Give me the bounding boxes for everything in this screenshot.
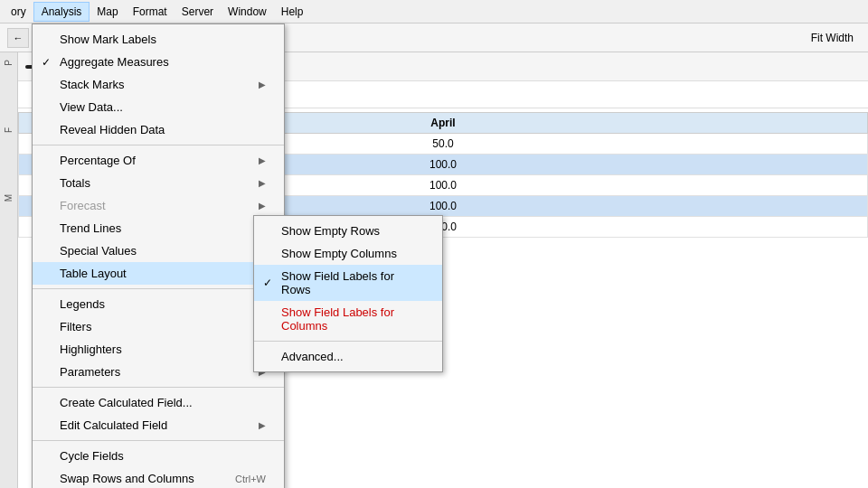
swap-shortcut: Ctrl+W (235, 474, 266, 484)
menu-item-totals[interactable]: Totals ▶ (33, 172, 284, 194)
menu-label-table-layout: Table Layout (60, 267, 127, 280)
menu-label-filters: Filters (60, 320, 91, 333)
menu-label-swap-rows-columns: Swap Rows and Columns (60, 472, 194, 485)
menu-item-special-values[interactable]: Special Values ▶ (33, 239, 284, 262)
menu-item-legends[interactable]: Legends ▶ (33, 293, 284, 315)
analysis-menu: Show Mark Labels Aggregate Measures Stac… (32, 23, 285, 488)
menu-item-edit-calculated-field[interactable]: Edit Calculated Field ▶ (33, 414, 284, 436)
menu-label-edit-calculated-field: Edit Calculated Field (60, 418, 167, 432)
separator-1 (33, 145, 284, 145)
submenu-label-show-empty-columns: Show Empty Columns (281, 247, 397, 260)
menu-label-view-data: View Data... (60, 100, 123, 114)
menubar-item-map[interactable]: Map (90, 3, 125, 21)
menu-label-cycle-fields: Cycle Fields (60, 449, 124, 463)
menu-label-show-mark-labels: Show Mark Labels (60, 33, 156, 46)
menu-label-forecast: Forecast (60, 199, 106, 212)
separator-2 (33, 288, 284, 289)
menu-item-reveal-hidden-data[interactable]: Reveal Hidden Data (33, 118, 284, 141)
menu-item-filters[interactable]: Filters ▶ (33, 315, 284, 338)
menu-label-stack-marks: Stack Marks (60, 78, 125, 91)
menu-label-percentage-of: Percentage Of (60, 154, 136, 167)
submenu-label-advanced: Advanced... (281, 350, 344, 363)
menubar-item-help[interactable]: Help (274, 3, 311, 21)
menu-label-parameters: Parameters (60, 365, 120, 379)
menubar-item-format[interactable]: Format (126, 3, 175, 21)
menu-item-percentage-of[interactable]: Percentage Of ▶ (33, 149, 284, 172)
forecast-arrow: ▶ (259, 201, 266, 211)
menu-label-reveal-hidden-data: Reveal Hidden Data (60, 123, 165, 136)
separator-3 (33, 387, 284, 388)
menu-item-table-layout[interactable]: Table Layout ▶ (33, 262, 284, 285)
menubar-item-server[interactable]: Server (175, 3, 221, 21)
menu-label-special-values: Special Values (60, 244, 137, 258)
side-label-p: P (2, 56, 15, 70)
menubar-item-ory[interactable]: ory (4, 3, 33, 21)
submenu-item-show-field-labels-columns[interactable]: Show Field Labels for Columns (254, 301, 442, 337)
menu-label-aggregate-measures: Aggregate Measures (60, 55, 169, 69)
menu-label-create-calculated-field: Create Calculated Field... (60, 396, 193, 409)
menu-label-legends: Legends (60, 297, 105, 311)
menu-item-cycle-fields[interactable]: Cycle Fields (33, 445, 284, 467)
table-layout-submenu: Show Empty Rows Show Empty Columns Show … (253, 215, 443, 372)
menu-item-create-calculated-field[interactable]: Create Calculated Field... (33, 391, 284, 414)
menu-item-view-data[interactable]: View Data... (33, 96, 284, 118)
submenu-item-advanced[interactable]: Advanced... (254, 345, 442, 368)
menu-item-stack-marks[interactable]: Stack Marks ▶ (33, 73, 284, 96)
menubar-item-analysis[interactable]: Analysis (33, 2, 90, 22)
submenu-label-show-empty-rows: Show Empty Rows (281, 224, 380, 238)
menu-item-parameters[interactable]: Parameters ▶ (33, 361, 284, 383)
menu-item-forecast[interactable]: Forecast ▶ (33, 194, 284, 217)
edit-calc-arrow: ▶ (259, 420, 266, 430)
menu-item-swap-rows-columns[interactable]: Swap Rows and Columns Ctrl+W (33, 467, 284, 488)
submenu-separator (254, 341, 442, 342)
menu-item-aggregate-measures[interactable]: Aggregate Measures (33, 51, 284, 73)
menubar: ory Analysis Map Format Server Window He… (0, 0, 868, 23)
submenu-item-show-field-labels-rows[interactable]: Show Field Labels for Rows (254, 265, 442, 301)
submenu-item-show-empty-columns[interactable]: Show Empty Columns (254, 242, 442, 265)
fit-width-label[interactable]: Fit Width (811, 32, 854, 44)
stack-marks-arrow: ▶ (259, 80, 266, 89)
menu-label-highlighters: Highlighters (60, 343, 122, 356)
left-panel: P F M (0, 52, 18, 488)
submenu-item-show-empty-rows[interactable]: Show Empty Rows (254, 220, 442, 242)
menu-label-totals: Totals (60, 176, 90, 190)
side-label-m: M (2, 191, 15, 205)
submenu-label-show-field-labels-rows: Show Field Labels for Rows (281, 269, 424, 296)
toolbar-back-btn[interactable]: ← (7, 28, 29, 48)
menubar-item-window[interactable]: Window (221, 3, 274, 21)
separator-4 (33, 440, 284, 441)
side-label-f: F (2, 124, 15, 136)
submenu-label-show-field-labels-columns: Show Field Labels for Columns (281, 305, 424, 333)
percentage-of-arrow: ▶ (259, 155, 266, 165)
menu-item-highlighters[interactable]: Highlighters ▶ (33, 338, 284, 361)
menu-label-trend-lines: Trend Lines (60, 221, 121, 235)
menu-item-show-mark-labels[interactable]: Show Mark Labels (33, 28, 284, 51)
totals-arrow: ▶ (259, 178, 266, 188)
menu-item-trend-lines[interactable]: Trend Lines ▶ (33, 217, 284, 239)
